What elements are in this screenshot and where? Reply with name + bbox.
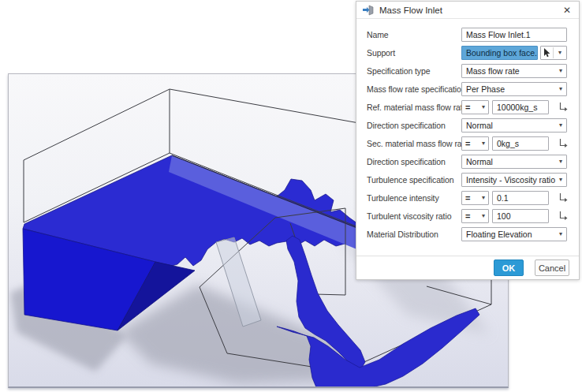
operator-value: = [465, 193, 470, 203]
support-controls: Bounding box face.1 ▾ [461, 46, 570, 60]
dropdown-value: Per Phase [466, 84, 505, 94]
parameter-row: Sec. material mass flow rate = ▾ 0kg_s [356, 134, 579, 152]
chevron-down-icon[interactable]: ▾ [554, 49, 566, 56]
field-controls: = ▾ 10000kg_s [461, 100, 570, 114]
field-controls: Per Phase ▾ [461, 82, 570, 96]
value-input[interactable]: 0.1 [492, 191, 549, 205]
input-value: 100 [497, 211, 511, 221]
chevron-down-icon: ▾ [479, 103, 485, 110]
field-label: Specification type [356, 66, 461, 76]
chevron-down-icon: ▾ [479, 212, 485, 219]
dialog-footer: OK Cancel [356, 256, 579, 279]
measure-link-icon[interactable] [558, 137, 569, 149]
operator-combo[interactable]: = ▾ [461, 136, 489, 151]
dropdown-value: Normal [466, 157, 493, 166]
input-value: Mass Flow Inlet.1 [466, 30, 531, 39]
field-label: Support [356, 48, 461, 58]
chevron-down-icon: ▾ [556, 176, 562, 183]
field-controls: Normal ▾ [461, 155, 570, 169]
mass-flow-inlet-icon [362, 4, 374, 16]
measure-link-icon[interactable] [558, 101, 569, 113]
parameter-row: Turbulence intensity = ▾ 0.1 [356, 189, 579, 207]
value-input[interactable]: 10000kg_s [492, 100, 549, 114]
field-controls: = ▾ 0.1 [461, 191, 570, 205]
dropdown[interactable]: Intensity - Viscosity ratio ▾ [461, 173, 567, 187]
dropdown-value: Intensity - Viscosity ratio [466, 175, 555, 185]
dropdown-value: Normal [466, 121, 493, 130]
input-value: 10000kg_s [497, 103, 537, 112]
chevron-down-icon: ▾ [556, 230, 562, 237]
measure-link-icon[interactable] [558, 210, 569, 222]
field-controls: Mass Flow Inlet.1 [461, 28, 570, 42]
operator-value: = [465, 211, 470, 221]
chevron-down-icon: ▾ [479, 140, 485, 147]
field-label: Direction specification [356, 121, 461, 130]
operator-value: = [465, 103, 470, 112]
dropdown-value: Floating Elevation [466, 230, 532, 239]
chevron-down-icon: ▾ [556, 67, 562, 74]
field-label: Turbulent viscosity ratio [356, 211, 461, 221]
dropdown[interactable]: Floating Elevation ▾ [461, 227, 567, 241]
ok-button[interactable]: OK [494, 259, 524, 276]
dialog-rows: Name Mass Flow Inlet.1 Support Bounding … [356, 19, 579, 243]
parameter-row: Specification type Mass flow rate ▾ [356, 62, 579, 80]
dropdown-value: Mass flow rate [466, 66, 520, 76]
chevron-down-icon: ▾ [556, 158, 562, 165]
field-label: Mass flow rate specification [356, 84, 461, 94]
dropdown[interactable]: Normal ▾ [461, 155, 567, 169]
chevron-down-icon: ▾ [556, 121, 562, 129]
cancel-button[interactable]: Cancel [535, 259, 569, 276]
field-controls: Mass flow rate ▾ [461, 64, 570, 78]
dialog-titlebar[interactable]: Mass Flow Inlet ✕ [356, 2, 579, 19]
support-field[interactable]: Bounding box face.1 [461, 46, 538, 60]
value-controls: = ▾ 0.1 [461, 191, 570, 205]
operator-combo[interactable]: = ▾ [461, 191, 489, 205]
dropdown[interactable]: Normal ▾ [461, 118, 567, 133]
parameter-row: Mass flow rate specification Per Phase ▾ [356, 80, 579, 98]
field-controls: Intensity - Viscosity ratio ▾ [461, 173, 570, 187]
pointer-icon [541, 47, 554, 58]
value-input[interactable]: 0kg_s [492, 136, 549, 151]
text-input[interactable]: Mass Flow Inlet.1 [461, 28, 567, 42]
operator-value: = [465, 139, 470, 148]
field-controls: Floating Elevation ▾ [461, 227, 570, 241]
value-controls: = ▾ 100 [461, 209, 570, 223]
parameter-row: Ref. material mass flow rate = ▾ 10000kg… [356, 98, 579, 116]
value-controls: = ▾ 0kg_s [461, 136, 570, 151]
field-label: Ref. material mass flow rate [356, 103, 461, 112]
parameter-row: Material Distribution Floating Elevation… [356, 225, 579, 243]
parameter-row: Turbulence specification Intensity - Vis… [356, 170, 579, 189]
parameter-row: Turbulent viscosity ratio = ▾ 100 [356, 207, 579, 225]
field-label: Direction specification [356, 157, 461, 166]
operator-combo[interactable]: = ▾ [461, 209, 489, 223]
dialog-title: Mass Flow Inlet [379, 6, 561, 15]
field-label: Material Distribution [356, 230, 461, 239]
dropdown[interactable]: Per Phase ▾ [461, 82, 567, 96]
support-value: Bounding box face.1 [466, 48, 538, 58]
mass-flow-inlet-dialog: Mass Flow Inlet ✕ Name Mass Flow Inlet.1… [356, 1, 580, 280]
parameter-row: Direction specification Normal ▾ [356, 152, 579, 170]
parameter-row: Name Mass Flow Inlet.1 [356, 25, 579, 43]
value-input[interactable]: 100 [492, 209, 549, 223]
dropdown[interactable]: Mass flow rate ▾ [461, 64, 567, 78]
chevron-down-icon: ▾ [556, 85, 562, 92]
field-controls: = ▾ 100 [461, 209, 570, 223]
field-label: Sec. material mass flow rate [356, 139, 461, 148]
field-controls: Normal ▾ [461, 118, 570, 133]
parameter-row: Support Bounding box face.1 ▾ [356, 43, 579, 62]
value-controls: = ▾ 10000kg_s [461, 100, 570, 114]
field-controls: Bounding box face.1 ▾ [461, 46, 570, 60]
input-value: 0kg_s [497, 139, 519, 148]
close-icon[interactable]: ✕ [561, 4, 573, 17]
input-value: 0.1 [497, 193, 509, 203]
parameter-row: Direction specification Normal ▾ [356, 116, 579, 134]
operator-combo[interactable]: = ▾ [461, 100, 489, 114]
chevron-down-icon: ▾ [479, 194, 485, 201]
support-picker-button[interactable]: ▾ [540, 46, 567, 60]
field-label: Name [356, 30, 461, 39]
field-label: Turbulence specification [356, 175, 461, 185]
field-label: Turbulence intensity [356, 193, 461, 203]
field-controls: = ▾ 0kg_s [461, 136, 570, 151]
measure-link-icon[interactable] [558, 192, 569, 203]
